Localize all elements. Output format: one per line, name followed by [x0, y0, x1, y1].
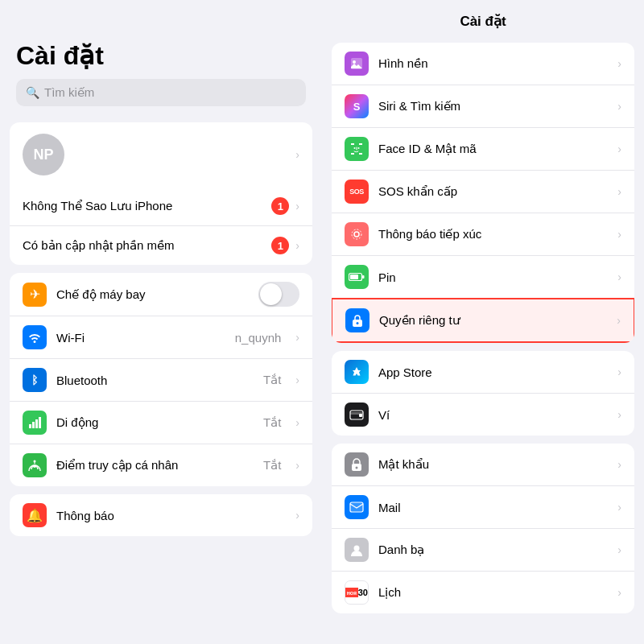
sos-icon: SOS [345, 180, 369, 204]
svg-rect-9 [351, 143, 354, 145]
avatar: NP [23, 134, 64, 175]
svg-point-27 [356, 467, 358, 469]
contacts-chevron: › [617, 543, 621, 556]
exposure-label: Thông báo tiếp xúc [378, 227, 608, 242]
svg-point-13 [354, 147, 356, 149]
right-group-1: Hình nền › S Siri & Tìm kiếm › [332, 43, 634, 343]
hotspot-label: Điểm truy cập cá nhân [56, 458, 254, 473]
appstore-row[interactable]: App Store › [332, 351, 634, 393]
password-row[interactable]: Mật khẩu › [332, 444, 634, 485]
profile-row[interactable]: NP › [10, 122, 312, 187]
calendar-label: Lịch [378, 585, 608, 600]
sos-chevron: › [617, 185, 621, 198]
appstore-chevron: › [617, 365, 621, 378]
password-icon [345, 452, 369, 477]
alert-update-badge: 1 [271, 237, 289, 254]
battery-chevron: › [617, 270, 621, 283]
right-header: Cài đặt [322, 0, 644, 43]
toggle-knob [260, 283, 282, 305]
contacts-label: Danh bạ [378, 543, 608, 557]
left-content: NP › Không Thể Sao Lưu iPhone 1 › Có bản… [0, 122, 322, 536]
wifi-label: Wi-Fi [56, 331, 225, 345]
calendar-icon: ноя 30 [345, 580, 369, 605]
alert-row-update[interactable]: Có bản cập nhật phần mềm 1 › [10, 225, 312, 265]
airplane-icon: ✈ [23, 283, 47, 307]
search-icon: 🔍 [26, 86, 39, 99]
notifications-row[interactable]: 🔔 Thông báo › [10, 494, 312, 536]
exposure-icon [345, 222, 369, 246]
svg-point-5 [34, 460, 36, 463]
calendar-row[interactable]: ноя 30 Lịch › [332, 571, 634, 613]
faceid-label: Face ID & Mật mã [378, 142, 608, 156]
cellular-row[interactable]: Di động Tắt › [10, 401, 312, 444]
left-panel: Cài đặt 🔍 Tìm kiếm NP › Không Thể Sao Lư… [0, 0, 322, 644]
sos-row[interactable]: SOS SOS khẩn cấp › [332, 170, 634, 213]
password-chevron: › [617, 458, 621, 471]
airplane-label: Chế độ máy bay [56, 287, 249, 302]
right-group-3: Mật khẩu › Mail › [332, 444, 634, 613]
right-content: Hình nền › S Siri & Tìm kiếm › [322, 43, 644, 644]
exposure-row[interactable]: Thông báo tiếp xúc › [332, 213, 634, 255]
alert-backup-badge: 1 [271, 197, 289, 215]
svg-point-17 [352, 229, 361, 239]
exposure-chevron: › [617, 228, 621, 241]
svg-rect-12 [359, 153, 362, 155]
battery-icon [345, 265, 369, 289]
hotspot-icon [23, 453, 47, 477]
calendar-chevron: › [617, 586, 621, 599]
battery-label: Pin [378, 270, 608, 284]
svg-rect-20 [350, 275, 358, 279]
wallet-row[interactable]: Ví › [332, 393, 634, 436]
bluetooth-row[interactable]: ᛒ Bluetooth Tắt › [10, 358, 312, 401]
left-title: Cài đặt [16, 40, 306, 71]
cellular-label: Di động [56, 415, 254, 430]
alert-row-backup[interactable]: Không Thể Sao Lưu iPhone 1 › [10, 187, 312, 225]
notifications-group: 🔔 Thông báo › [10, 494, 312, 536]
mail-label: Mail [378, 501, 608, 514]
sos-label: SOS khẩn cấp [378, 184, 608, 199]
wifi-row[interactable]: Wi-Fi n_quynh › [10, 316, 312, 358]
mail-chevron: › [617, 501, 621, 514]
bell-icon: 🔔 [23, 503, 47, 527]
svg-rect-19 [362, 275, 365, 279]
privacy-chevron: › [617, 314, 621, 327]
siri-chevron: › [617, 100, 621, 113]
wallet-icon [345, 402, 369, 427]
notifications-chevron: › [295, 509, 299, 522]
notifications-label: Thông báo [56, 509, 286, 522]
connectivity-group: ✈ Chế độ máy bay Wi-Fi n_quynh › ᛒ [10, 273, 312, 486]
siri-icon: S [345, 94, 369, 118]
wallpaper-icon [345, 52, 369, 76]
cellular-value: Tắt [263, 415, 281, 430]
svg-rect-3 [39, 417, 41, 428]
right-group-2: App Store › Ví › [332, 351, 634, 436]
svg-point-14 [358, 147, 360, 149]
faceid-chevron: › [617, 142, 621, 155]
contacts-icon [345, 538, 369, 562]
privacy-label: Quyền riêng tư [379, 313, 607, 328]
siri-row[interactable]: S Siri & Tìm kiếm › [332, 85, 634, 127]
alert-update-text: Có bản cập nhật phần mềm [23, 238, 271, 253]
svg-rect-0 [29, 424, 31, 428]
left-header: Cài đặt 🔍 Tìm kiếm [0, 0, 322, 122]
mail-row[interactable]: Mail › [332, 485, 634, 528]
alert-update-chevron: › [295, 239, 299, 252]
airplane-row[interactable]: ✈ Chế độ máy bay [10, 273, 312, 316]
privacy-row[interactable]: Quyền riêng tư › [332, 298, 634, 343]
svg-point-22 [357, 322, 359, 324]
bluetooth-icon: ᛒ [23, 368, 47, 392]
appstore-icon [345, 360, 369, 384]
wallpaper-row[interactable]: Hình nền › [332, 43, 634, 85]
hotspot-value: Tắt [263, 458, 281, 473]
airplane-toggle[interactable] [258, 282, 299, 307]
cellular-chevron: › [295, 416, 299, 429]
battery-row[interactable]: Pin › [332, 255, 634, 298]
search-bar[interactable]: 🔍 Tìm kiếm [16, 79, 306, 106]
alert-backup-chevron: › [295, 200, 299, 213]
contacts-row[interactable]: Danh bạ › [332, 528, 634, 571]
svg-rect-1 [32, 422, 35, 428]
wifi-chevron: › [295, 331, 299, 344]
faceid-row[interactable]: Face ID & Mật mã › [332, 127, 634, 170]
wifi-value: n_quynh [235, 331, 282, 345]
hotspot-row[interactable]: Điểm truy cập cá nhân Tắt › [10, 444, 312, 486]
